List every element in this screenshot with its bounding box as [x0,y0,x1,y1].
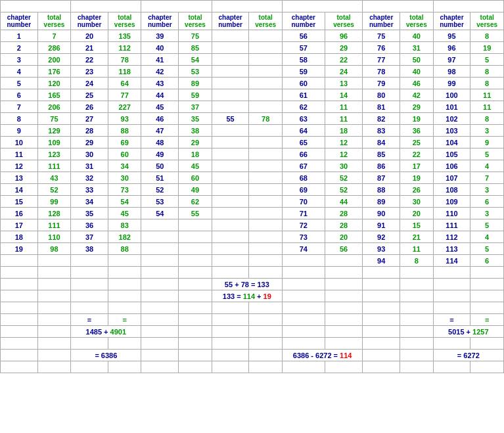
col4-chapter-header: chapternumber [282,12,325,30]
main-table: chapternumber totalverses chapternumber … [0,0,504,373]
table-row: 4176 23118 4253 5924 7840 988 [1,66,504,78]
table-row: 1343 3230 5160 6852 8719 1077 [1,172,504,184]
col1-verses-header: totalverses [37,12,71,30]
formula-1485-4901: 1485 + 4901 [71,326,141,338]
formula-6386-6272: 6386 - 6272 = 114 [282,350,362,361]
formula-6272: = 6272 [433,350,503,361]
formula-row-3: == == [1,314,504,326]
col5-chapter-header: chapternumber [363,12,400,30]
col4-verses-header: totalverses [325,12,363,30]
table-row: 6165 2577 4459 6114 8042 10011 [1,89,504,101]
table-row: 5120 2464 4389 6013 7946 998 [1,78,504,89]
formula-55-78: 55 + 78 = 133 [212,279,282,290]
col3b-chapter-header: chapternumber [212,12,249,30]
table-row: 3200 2278 4154 5822 7750 975 [1,54,504,66]
col3b-verses-header: totalverses [249,12,283,30]
table-row [1,338,504,350]
table-row: 11123 3060 4918 6612 8522 1055 [1,148,504,160]
table-row: 10109 2969 4829 6512 8425 1049 [1,137,504,148]
table-row [1,361,504,373]
formula-6386: = 6386 [71,350,141,361]
table-row [1,302,504,314]
col3-verses-header: totalverses [179,12,212,30]
table-row [1,267,504,279]
col3-chapter-header: chapternumber [141,12,179,30]
col2-chapter-header: chapternumber [71,12,108,30]
table-row: 7206 26227 4537 6211 8129 10111 [1,101,504,113]
table-row: 12111 3134 5045 6730 8617 1064 [1,160,504,172]
formula-row-5: = 6386 6386 - 6272 = 114 = 6272 [1,350,504,361]
formula-row-4: 1485 + 4901 5015 + 1257 [1,326,504,338]
formula-row-1: 55 + 78 = 133 [1,279,504,290]
formula-row-2: 133 = 114 + 19 [1,290,504,302]
col2-verses-header: totalverses [108,12,141,30]
formula-5015-1257: 5015 + 1257 [433,326,503,338]
table-row: 1452 3373 5249 6952 8826 1083 [1,184,504,196]
table-row: 1599 3454 5362 7044 8930 1096 [1,196,504,208]
col6-verses-header: totalverses [470,12,504,30]
col1-chapter-header: chapternumber [1,12,38,30]
col5-verses-header: totalverses [400,12,434,30]
table-row: 9129 2888 4738 6418 8336 1033 [1,125,504,137]
table-row: 18110 37182 7320 9221 1124 [1,231,504,243]
table-row: 16128 3545 5455 7128 9020 1103 [1,208,504,219]
table-row: 17 20135 3975 5696 7540 958 [1,30,504,42]
col6-chapter-header: chapternumber [433,12,470,30]
formula-133: 133 = 114 + 19 [212,290,282,302]
table-row: 1998 3888 7456 9311 1135 [1,243,504,255]
table-row: 948 1146 [1,255,504,267]
table-row: 875 2793 4635 5578 6311 8219 1028 [1,113,504,125]
table-row: 17111 3683 7228 9115 1115 [1,219,504,231]
table-row: 2286 21112 4085 5729 7631 9619 [1,42,504,54]
